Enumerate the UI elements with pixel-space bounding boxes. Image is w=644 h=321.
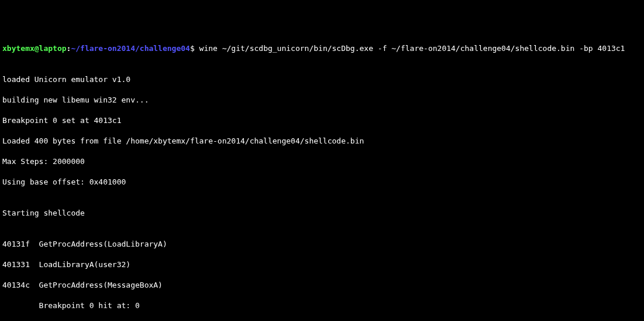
- command-text: wine ~/git/scdbg_unicorn/bin/scDbg.exe -…: [199, 44, 625, 53]
- output-line: Max Steps: 2000000: [2, 156, 642, 167]
- output-line: 401331 LoadLibraryA(user32): [2, 259, 642, 270]
- output-line: Starting shellcode: [2, 208, 642, 218]
- output-line: building new libemu win32 env...: [2, 95, 642, 105]
- output-line: 40134c GetProcAddress(MessageBoxA): [2, 280, 642, 291]
- prompt-path: ~/flare-on2014/challenge04: [71, 44, 190, 53]
- output-line: Using base offset: 0x401000: [2, 177, 642, 187]
- output-line: loaded Unicorn emulator v1.0: [2, 74, 642, 85]
- output-line: 40131f GetProcAddress(LoadLibraryA): [2, 239, 642, 250]
- prompt-user: xbytemx@laptop: [2, 44, 67, 53]
- prompt-line[interactable]: xbytemx@laptop:~/flare-on2014/challenge0…: [2, 43, 642, 54]
- output-line: Loaded 400 bytes from file /home/xbytemx…: [2, 136, 642, 146]
- output-line: Breakpoint 0 set at 4013c1: [2, 115, 642, 126]
- prompt-dollar: $: [190, 44, 199, 53]
- output-line: Breakpoint 0 hit at: 0: [2, 300, 642, 311]
